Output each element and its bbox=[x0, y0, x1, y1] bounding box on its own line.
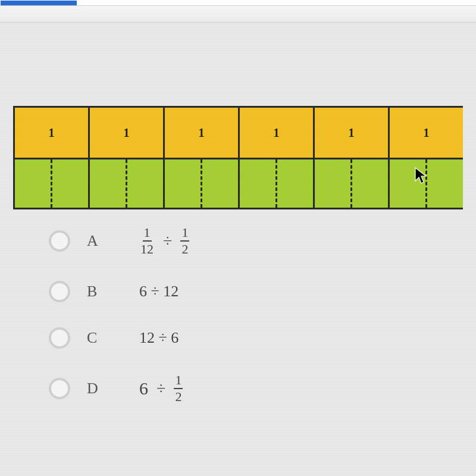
radio-button[interactable] bbox=[49, 230, 70, 252]
unit-cell: 1 bbox=[315, 108, 390, 158]
answer-option-a[interactable]: A 1 12 ÷ 1 2 bbox=[49, 226, 476, 256]
divide-symbol: ÷ bbox=[163, 231, 172, 250]
radio-button[interactable] bbox=[49, 327, 70, 349]
progress-bar-fill bbox=[1, 1, 77, 5]
unit-label: 1 bbox=[199, 126, 205, 140]
unit-label: 1 bbox=[424, 126, 430, 140]
unit-cell: 1 bbox=[165, 108, 240, 158]
whole-number: 6 bbox=[139, 378, 148, 399]
radio-button[interactable] bbox=[49, 281, 70, 302]
unit-label: 1 bbox=[274, 126, 280, 140]
unit-label: 1 bbox=[124, 126, 130, 140]
fraction-bar-model: 1 1 1 1 1 1 bbox=[13, 106, 463, 209]
answer-expression: 12 ÷ 6 bbox=[139, 329, 178, 347]
answer-letter: D bbox=[87, 380, 111, 397]
answer-list: A 1 12 ÷ 1 2 B 6 ÷ 12 C 12 ÷ 6 bbox=[13, 226, 476, 403]
unit-label: 1 bbox=[49, 126, 55, 140]
subpart-cell bbox=[165, 158, 240, 208]
answer-letter: C bbox=[87, 329, 111, 347]
fraction: 1 2 bbox=[174, 374, 183, 403]
fraction: 1 12 bbox=[139, 226, 155, 256]
answer-expression: 6 ÷ 12 bbox=[139, 283, 178, 300]
content-spacer bbox=[0, 23, 476, 106]
subpart-cell bbox=[15, 158, 90, 208]
subpart-cell bbox=[240, 158, 315, 208]
unit-cell: 1 bbox=[390, 108, 463, 158]
fraction: 1 2 bbox=[180, 226, 189, 256]
subpart-cell bbox=[315, 158, 390, 208]
unit-cell: 1 bbox=[90, 108, 165, 158]
answer-letter: B bbox=[87, 283, 111, 300]
radio-button[interactable] bbox=[49, 378, 70, 399]
subpart-row bbox=[15, 158, 463, 208]
unit-cell: 1 bbox=[240, 108, 315, 158]
answer-option-d[interactable]: D 6 ÷ 1 2 bbox=[49, 374, 476, 403]
divide-symbol: ÷ bbox=[156, 379, 165, 398]
subpart-cell bbox=[90, 158, 165, 208]
window-toolbar bbox=[0, 6, 476, 23]
progress-bar-track bbox=[0, 0, 476, 6]
answer-option-b[interactable]: B 6 ÷ 12 bbox=[49, 281, 476, 302]
question-content: 1 1 1 1 1 1 A 1 12 ÷ bbox=[0, 106, 476, 403]
answer-expression: 1 12 ÷ 1 2 bbox=[139, 226, 189, 256]
unit-cell: 1 bbox=[15, 108, 90, 158]
answer-expression: 6 ÷ 1 2 bbox=[139, 374, 183, 403]
unit-row: 1 1 1 1 1 1 bbox=[15, 108, 463, 158]
subpart-cell bbox=[390, 158, 463, 208]
unit-label: 1 bbox=[349, 126, 355, 140]
answer-option-c[interactable]: C 12 ÷ 6 bbox=[49, 327, 476, 349]
answer-letter: A bbox=[87, 232, 111, 250]
